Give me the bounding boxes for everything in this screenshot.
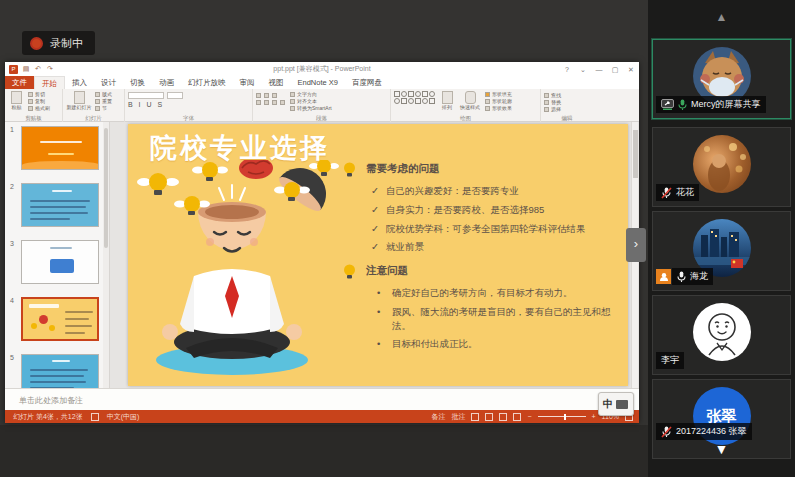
shape-effects-button[interactable]: 形状效果 — [485, 105, 512, 111]
tab-home[interactable]: 开始 — [34, 76, 65, 89]
language-status[interactable]: 中文(中国) — [107, 412, 140, 422]
ime-language-label[interactable]: 中 — [603, 397, 613, 411]
panel-expander-button[interactable]: › — [626, 228, 646, 262]
view-slideshow-button[interactable] — [513, 413, 521, 421]
thumbnail-number: 1 — [10, 126, 14, 133]
shape-outline-button[interactable]: 形状轮廓 — [485, 98, 512, 104]
slide-thumbnail-3[interactable]: 3 — [5, 240, 109, 284]
thumbnail-scrollbar[interactable] — [103, 122, 109, 388]
copy-button[interactable]: 复制 — [28, 98, 50, 104]
indent-icon[interactable] — [272, 93, 277, 98]
maximize-button[interactable]: ▢ — [607, 63, 623, 76]
shapes-gallery[interactable] — [394, 91, 435, 104]
participant-tile-hailong[interactable]: 海龙 — [652, 211, 791, 291]
cut-icon — [28, 92, 33, 97]
format-painter-button[interactable]: 格式刷 — [28, 105, 50, 111]
tab-design[interactable]: 设计 — [94, 76, 123, 89]
slide-thumbnail-2[interactable]: 2 — [5, 183, 109, 227]
shape-icon — [415, 98, 421, 104]
status-bar: 幻灯片 第4张，共12张 中文(中国) 备注 批注 − + 110% — [5, 410, 639, 423]
meditation-illustration[interactable] — [128, 160, 342, 386]
reset-button[interactable]: 重置 — [95, 98, 112, 104]
text-direction-button[interactable]: 文字方向 — [290, 91, 332, 97]
select-button[interactable]: 选择 — [544, 106, 590, 112]
tab-view[interactable]: 视图 — [262, 76, 291, 89]
numbering-icon[interactable] — [264, 93, 269, 98]
shape-fill-button[interactable]: 形状填充 — [485, 91, 512, 97]
bullets-icon[interactable] — [256, 93, 261, 98]
select-icon — [544, 107, 549, 112]
redo-icon[interactable]: ↷ — [46, 65, 54, 73]
participant-name: 2017224436 张翠 — [676, 425, 747, 438]
arrange-button[interactable]: 排列 — [439, 91, 455, 113]
smartart-button[interactable]: 转换为SmartArt — [290, 105, 332, 111]
comments-button[interactable]: 批注 — [451, 412, 465, 422]
ribbon: 粘贴 剪切 复制 格式刷 剪贴板 新建幻灯片 — [5, 89, 639, 122]
view-sorter-button[interactable] — [485, 413, 493, 421]
tab-animations[interactable]: 动画 — [152, 76, 181, 89]
new-slide-button[interactable]: 新建幻灯片 — [66, 91, 92, 113]
zoom-slider[interactable] — [538, 416, 586, 417]
tab-insert[interactable]: 插入 — [65, 76, 94, 89]
tab-endnote[interactable]: EndNote X9 — [291, 76, 345, 89]
save-icon[interactable]: ▤ — [22, 65, 30, 73]
close-button[interactable]: ✕ — [623, 63, 639, 76]
zoom-out-button[interactable]: − — [527, 413, 531, 420]
participant-tile-liyu[interactable]: 李宇 — [652, 295, 791, 375]
replace-icon — [544, 100, 549, 105]
paste-button[interactable]: 粘贴 — [8, 91, 25, 113]
font-name-select[interactable] — [128, 92, 164, 99]
cut-button[interactable]: 剪切 — [28, 91, 50, 97]
zoom-in-button[interactable]: + — [592, 413, 596, 420]
tab-file[interactable]: 文件 — [5, 76, 34, 89]
font-size-select[interactable] — [167, 92, 183, 99]
collapse-arrow-button[interactable]: ▲ — [648, 10, 795, 24]
shape-rect-icon — [408, 91, 414, 97]
participant-tile-mercy[interactable]: Mercy的屏幕共享 — [652, 39, 791, 119]
lightbulb-wings-3 — [192, 162, 228, 181]
help-button[interactable]: ? — [559, 63, 575, 76]
mic-on-icon — [678, 99, 687, 111]
participants-panel: ▲ — [648, 0, 795, 477]
quick-styles-button[interactable]: 快速样式 — [459, 91, 481, 113]
align-left-icon[interactable] — [256, 100, 261, 105]
photo-warm-lights-avatar — [693, 135, 751, 193]
slide-canvas[interactable]: 院校专业选择 — [128, 124, 628, 386]
tab-baidu-netdisk[interactable]: 百度网盘 — [345, 76, 389, 89]
tab-transitions[interactable]: 切换 — [123, 76, 152, 89]
align-center-icon[interactable] — [264, 100, 269, 105]
align-text-button[interactable]: 对齐文本 — [290, 98, 332, 104]
find-button[interactable]: 查找 — [544, 92, 590, 98]
dot-mark: • — [377, 286, 387, 300]
align-right-icon[interactable] — [272, 100, 277, 105]
slide-thumbnail-1[interactable]: 1 — [5, 126, 109, 170]
notes-button[interactable]: 备注 — [431, 412, 445, 422]
copy-icon — [28, 99, 33, 104]
shape-outline-icon — [485, 99, 490, 104]
attention-section[interactable]: 注意问题 • 确定好自己的考研方向，有目标才有动力。 • 跟风、随大流的考研是盲… — [343, 264, 615, 356]
replace-button[interactable]: 替换 — [544, 99, 590, 105]
ime-widget[interactable]: 中 — [598, 392, 634, 416]
ribbon-options-button[interactable]: ⌄ — [575, 63, 591, 76]
accessibility-icon[interactable] — [91, 413, 99, 421]
justify-icon[interactable] — [280, 100, 285, 105]
view-normal-button[interactable] — [471, 413, 479, 421]
participant-tile-huahua[interactable]: 花花 — [652, 127, 791, 207]
zoom-slider-knob[interactable] — [564, 414, 567, 420]
notes-pane[interactable]: 单击此处添加备注 — [5, 388, 639, 410]
member-badge — [656, 269, 671, 284]
slide-thumbnail-5[interactable]: 5 — [5, 354, 109, 388]
layout-button[interactable]: 版式 — [95, 91, 112, 97]
tab-slideshow[interactable]: 幻灯片放映 — [181, 76, 233, 89]
expand-arrow-button[interactable]: ▼ — [648, 441, 795, 457]
tab-review[interactable]: 审阅 — [233, 76, 262, 89]
undo-icon[interactable]: ↶ — [34, 65, 42, 73]
view-reading-button[interactable] — [499, 413, 507, 421]
slide-thumbnail-4-current[interactable]: 4 — [5, 297, 109, 341]
shape-fill-icon — [485, 92, 490, 97]
minimize-button[interactable]: — — [591, 63, 607, 76]
quick-styles-icon — [465, 91, 476, 104]
considerations-section[interactable]: 需要考虑的问题 ✓ 自己的兴趣爱好：是否要跨专业 ✓ 自身实力：是否要跨校、是否… — [343, 162, 615, 259]
section-button[interactable]: 节 — [95, 105, 112, 111]
font-style-buttons[interactable]: B I U S — [128, 101, 249, 108]
